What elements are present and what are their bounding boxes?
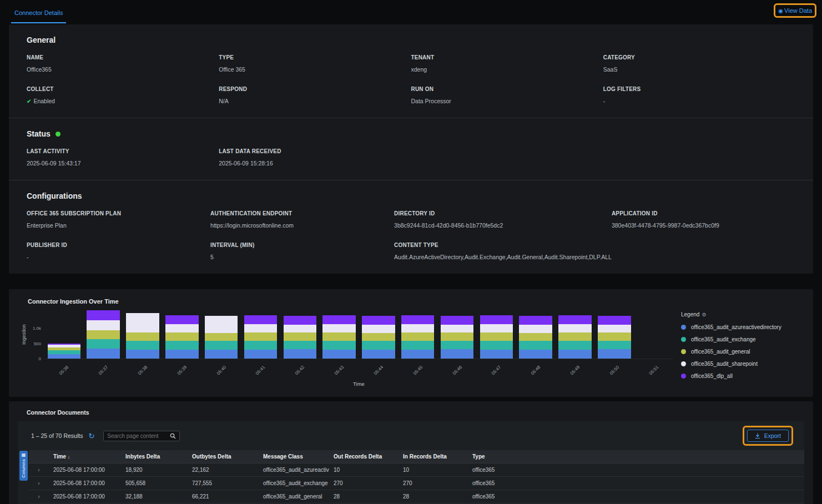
columns-button-label: Columns: [21, 459, 26, 478]
legend-item-office365-dlp-all[interactable]: office365_dlp_all: [681, 373, 802, 379]
legend-item-office365-audit-azureactivedirectory[interactable]: office365_audit_azureactivedirectory: [681, 324, 802, 330]
x-tick-label: 05:49: [569, 365, 581, 376]
field-value: ✔Enabled: [27, 98, 219, 104]
table-row[interactable]: ›2025-06-08 17:00:00505,658727,555office…: [29, 477, 804, 490]
field-label: LAST DATA RECEIVED: [219, 148, 411, 154]
column-header-outbytes-delta[interactable]: Outbytes Delta: [188, 450, 259, 463]
columns-grid-icon: ▦: [22, 453, 26, 457]
status-healthy-dot-icon: [56, 132, 60, 137]
field-application-id: APPLICATION ID380e403f-4478-4795-9987-0e…: [612, 210, 795, 229]
field-value: 5: [210, 254, 394, 260]
column-header-label: Message Class: [263, 453, 303, 460]
field-label: CONTENT TYPE: [394, 242, 612, 248]
table-cell: 2025-06-08 17:00:00: [49, 477, 121, 490]
field-name: NAMEOffice365: [27, 54, 219, 73]
columns-picker-button[interactable]: ▦ Columns: [19, 451, 28, 481]
refresh-icon[interactable]: ↻: [88, 432, 94, 440]
field-value-text: Audit.AzureActiveDirectory,Audit.Exchang…: [394, 254, 612, 260]
legend-item-office365-audit-general[interactable]: office365_audit_general: [681, 349, 802, 355]
field-value-text: Office365: [27, 66, 52, 73]
legend-item-office365-audit-sharepoint[interactable]: office365_audit_sharepoint: [681, 361, 802, 367]
bar-segment-office365-audit-azureactivedirectory: [480, 350, 513, 359]
field-value: N/A: [219, 98, 411, 104]
table-body: ›2025-06-08 17:00:0018,92022,162office36…: [29, 463, 804, 504]
field-value: Data Processor: [411, 98, 603, 104]
bar-segment-office365-audit-general: [519, 333, 552, 341]
field-last-data-received: LAST DATA RECEIVED2025-06-09 15:28:16: [219, 148, 411, 167]
table-cell: 28: [399, 490, 468, 503]
bar-05-40: [201, 310, 241, 359]
bar-segment-office365-audit-sharepoint: [165, 324, 198, 332]
field-label: NAME: [27, 54, 219, 61]
bar-05-51: [634, 310, 673, 359]
results-count: 1 – 25 of 70 Results: [31, 432, 83, 439]
field-value: 3b8c9244-81cd-42d0-8456-b1b770fe5dc2: [394, 222, 612, 229]
tab-bar: Connector Details ◉ View Data: [0, 0, 822, 24]
field-value: -: [603, 98, 795, 104]
bar-stack: [165, 315, 198, 359]
column-header-time[interactable]: Time ↓: [49, 450, 121, 463]
legend-settings-gear-icon[interactable]: ⚙: [702, 312, 706, 317]
field-value-text: Office 365: [219, 66, 245, 73]
export-button[interactable]: Export: [747, 430, 789, 442]
bar-segment-office365-audit-sharepoint: [284, 325, 316, 332]
bar-segment-office365-audit-general: [87, 330, 119, 339]
table-cell: 505,658: [121, 477, 188, 490]
table-cell: office365: [468, 490, 804, 503]
documents-table: Time ↓Inbytes DeltaOutbytes DeltaMessage…: [29, 450, 804, 504]
field-value: 2025-06-09 15:28:16: [219, 160, 411, 167]
row-expand-chevron-icon[interactable]: ›: [29, 490, 49, 503]
table-row[interactable]: ›2025-06-08 17:00:0018,92022,162office36…: [29, 463, 804, 477]
field-respond: RESPONDN/A: [219, 86, 411, 104]
connector-documents-panel: Connector Documents 1 – 25 of 70 Results…: [9, 401, 813, 504]
field-value: Enterprise Plan: [27, 222, 210, 229]
column-header-type[interactable]: Type: [468, 450, 804, 463]
column-header-message-class[interactable]: Message Class: [259, 450, 329, 463]
field-run-on: RUN ONData Processor: [411, 86, 603, 104]
field-value-text: 3b8c9244-81cd-42d0-8456-b1b770fe5dc2: [394, 222, 503, 229]
view-data-button[interactable]: ◉ View Data: [778, 7, 812, 14]
bar-segment-office365-dlp-all: [362, 316, 395, 325]
column-header-label: In Records Delta: [403, 453, 447, 460]
bar-segment-office365-audit-azureactivedirectory: [598, 349, 631, 359]
configurations-section: Configurations OFFICE 365 SUBSCRIPTION P…: [9, 180, 813, 274]
field-value-text: Data Processor: [411, 98, 451, 104]
status-field-grid: LAST ACTIVITY2025-06-09 15:43:17LAST DAT…: [27, 148, 795, 167]
column-header-inbytes-delta[interactable]: Inbytes Delta: [121, 450, 188, 463]
bar-segment-office365-audit-azureactivedirectory: [558, 350, 591, 359]
bar-segment-office365-audit-exchange: [48, 350, 80, 354]
legend-label: office365_audit_sharepoint: [691, 361, 758, 367]
bar-segment-office365-audit-sharepoint: [362, 325, 395, 332]
row-expand-chevron-icon[interactable]: ›: [29, 477, 49, 490]
table-cell: 2025-06-08 17:00:00: [49, 490, 121, 503]
bar-segment-office365-audit-general: [480, 332, 513, 341]
bar-stack: [401, 315, 434, 359]
field-directory-id: DIRECTORY ID3b8c9244-81cd-42d0-8456-b1b7…: [394, 210, 612, 229]
legend-item-office365-audit-exchange[interactable]: office365_audit_exchange: [681, 336, 802, 342]
search-input[interactable]: [107, 433, 170, 439]
legend-dot-icon: [681, 361, 686, 366]
column-header-in-records-delta[interactable]: In Records Delta: [399, 450, 468, 463]
search-icon: [170, 433, 176, 439]
tab-connector-details[interactable]: Connector Details: [11, 2, 66, 23]
x-tick-slot: 05:46: [437, 361, 477, 374]
sort-desc-icon: ↓: [66, 454, 70, 460]
legend-label: office365_audit_general: [691, 349, 750, 355]
bar-segment-office365-dlp-all: [519, 316, 552, 325]
documents-table-container: 1 – 25 of 70 Results ↻ Export ▦ Col: [18, 421, 804, 504]
bar-segment-office365-audit-azureactivedirectory: [48, 354, 80, 359]
x-tick-label: 05:45: [412, 365, 423, 376]
legend-label: office365_dlp_all: [691, 373, 733, 379]
row-expand-chevron-icon[interactable]: ›: [29, 463, 49, 477]
bar-segment-office365-audit-general: [165, 332, 198, 341]
table-row[interactable]: ›2025-06-08 17:00:0032,18866,221office36…: [29, 490, 804, 503]
column-header-out-records-delta[interactable]: Out Records Delta: [329, 450, 399, 463]
bar-segment-office365-audit-exchange: [165, 341, 198, 350]
x-tick-label: 05:42: [294, 365, 306, 376]
table-cell: 66,221: [188, 490, 259, 503]
x-tick-slot: 05:47: [477, 361, 516, 374]
export-highlight-annotation: Export: [743, 426, 793, 446]
field-value: Office 365: [219, 66, 411, 73]
bar-05-46: [437, 310, 477, 359]
field-value: SaaS: [603, 66, 795, 73]
